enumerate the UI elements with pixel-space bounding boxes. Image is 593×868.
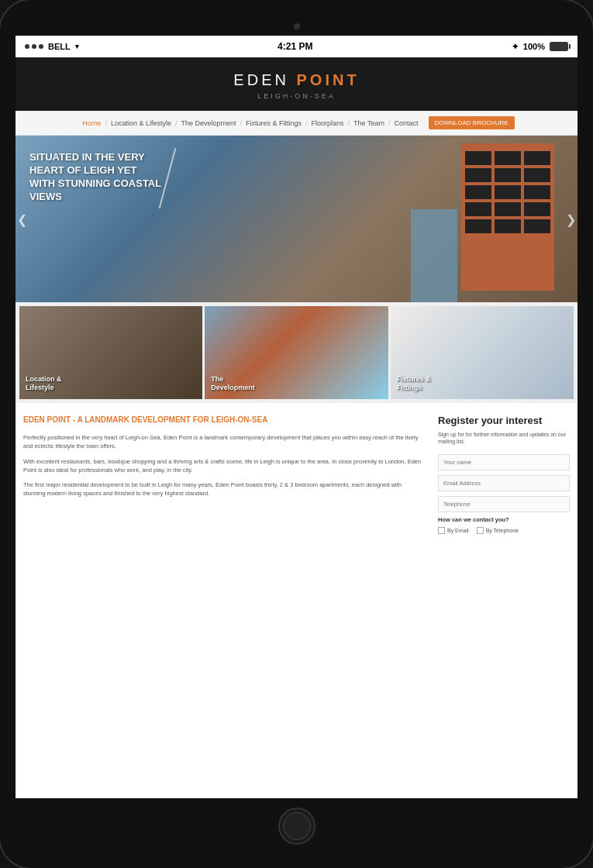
nav-item-team[interactable]: The Team [350,119,388,127]
logo-part2: POINT [297,71,360,88]
contact-label: How can we contact you? [438,516,570,523]
thumb-location-label: Location &Lifestyle [26,375,62,393]
email-option-label: By Email [447,528,469,533]
download-brochure-button[interactable]: DOWNLOAD BROCHURE [429,116,515,129]
home-button-inner [283,812,311,840]
content-section: EDEN POINT - A LANDMARK DEVELOPMENT FOR … [16,403,577,798]
contact-by-email[interactable]: By Email [438,527,469,534]
home-button[interactable] [278,808,315,845]
content-para-3: The first major residential development … [23,480,425,498]
site-logo: EDEN POINT [23,71,570,89]
signal-dots [25,44,43,49]
content-para-2: With excellent restaurants, bars, boutiq… [23,457,425,475]
phone-option-label: By Telephone [486,528,519,533]
front-camera [294,23,300,29]
battery-indicator [550,42,568,51]
content-heading: EDEN POINT - A LANDMARK DEVELOPMENT FOR … [23,415,425,425]
email-checkbox[interactable] [438,527,445,534]
phone-checkbox[interactable] [477,527,484,534]
wifi-icon: ▾ [75,43,79,50]
battery-bar [550,42,568,51]
logo-part1: EDEN [233,71,289,88]
status-left: BELL ▾ [25,42,79,51]
building-glass-section [411,209,457,302]
contact-by-phone[interactable]: By Telephone [477,527,519,534]
status-right: ✦ 100% [512,42,568,52]
register-heading: Register your interest [438,415,570,427]
status-bar: BELL ▾ 4:21 PM ✦ 100% [16,36,577,57]
thumb-development[interactable]: TheDevelopment [205,306,388,399]
carrier-label: BELL [48,42,71,51]
bluetooth-icon: ✦ [512,42,519,52]
battery-percent: 100% [523,42,545,51]
register-panel: Register your interest Sign up for for f… [438,415,570,787]
hero-section: SITUATED IN THE VERY HEART OF LEIGH YET … [16,136,577,302]
building-illustration [461,143,554,291]
thumb-fixtures-label: Fixtures &Fittings [397,375,431,393]
nav-item-home[interactable]: Home [78,119,105,127]
register-subtext: Sign up for for further information and … [438,431,570,446]
site-header: EDEN POINT LEIGH-ON-SEA [16,57,577,111]
contact-options: By Email By Telephone [438,527,570,534]
content-left: EDEN POINT - A LANDMARK DEVELOPMENT FOR … [23,415,429,787]
telephone-input[interactable] [438,496,570,512]
site-nav: Home / Location & Lifestyle / The Develo… [16,111,577,136]
battery-fill [550,43,567,50]
screen: EDEN POINT LEIGH-ON-SEA Home / Location … [16,57,577,798]
nav-item-contact[interactable]: Contact [390,119,422,127]
nav-item-fixtures[interactable]: Fixtures & Fittings [242,119,305,127]
site-subtitle: LEIGH-ON-SEA [23,92,570,100]
thumbnail-row: Location &Lifestyle TheDevelopment Fixtu… [16,302,577,403]
time-display: 4:21 PM [278,41,312,52]
thumb-fixtures[interactable]: Fixtures &Fittings [391,306,574,399]
building-windows [465,151,550,233]
tablet-frame: BELL ▾ 4:21 PM ✦ 100% EDEN POINT LEIGH-O… [0,0,593,868]
hero-text: SITUATED IN THE VERY HEART OF LEIGH YET … [29,151,161,204]
nav-item-development[interactable]: The Development [177,119,240,127]
content-para-1: Perfectly positioned in the very heart o… [23,433,425,451]
email-input[interactable] [438,475,570,491]
name-input[interactable] [438,454,570,470]
thumb-location[interactable]: Location &Lifestyle [19,306,202,399]
hero-prev-arrow[interactable]: ❮ [17,212,27,226]
hero-next-arrow[interactable]: ❯ [566,212,576,226]
nav-item-floorplans[interactable]: Floorplans [308,119,348,127]
nav-item-location[interactable]: Location & Lifestyle [107,119,175,127]
thumb-development-label: TheDevelopment [211,375,255,393]
